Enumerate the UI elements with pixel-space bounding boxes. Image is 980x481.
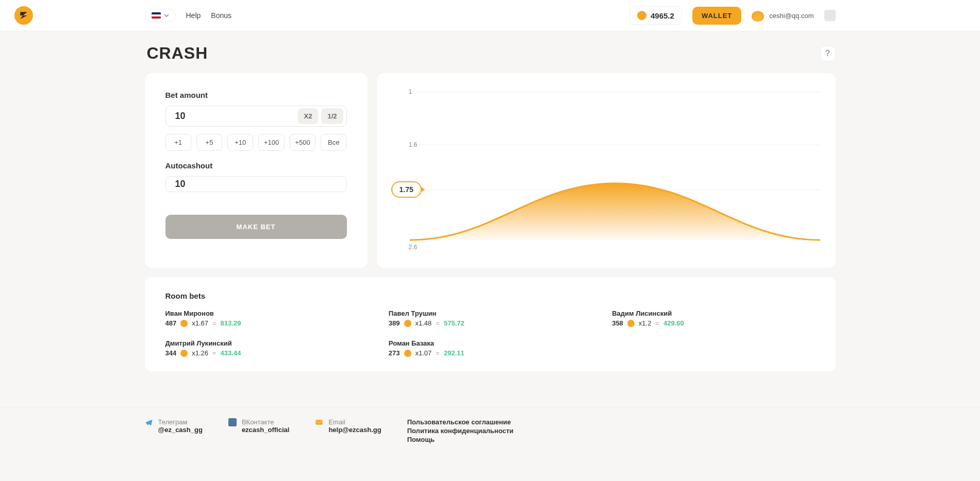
user-menu[interactable]: ceshi@qq.com (752, 9, 813, 22)
bet-entry: Роман Базака273x1.07=292.11 (389, 339, 591, 357)
bet-entry: Иван Миронов487x1.67=813.29 (165, 310, 368, 327)
y-tick-2: 1.6 (409, 141, 418, 148)
equals-sign: = (212, 349, 217, 357)
bet-amount-input-row: X2 1/2 (165, 106, 347, 127)
email-icon (315, 418, 323, 426)
bet-multiplier: x1.67 (192, 319, 208, 327)
bet-entry: Дмитрий Лукинский344x1.26=433.44 (165, 339, 368, 357)
footer: Телеграм@ez_cash_gg ВКонтактеezcash_offi… (0, 407, 980, 454)
coin-icon (627, 320, 635, 327)
equals-sign: = (436, 349, 440, 357)
bet-player-name: Павел Трушин (389, 310, 591, 317)
quick-plus10[interactable]: +10 (227, 134, 253, 151)
chevron-down-icon (164, 14, 169, 17)
coin-icon (180, 350, 188, 357)
quick-plus100[interactable]: +100 (258, 134, 284, 151)
footer-links: Пользовательское соглашение Политика кон… (407, 418, 513, 443)
inbox-icon[interactable] (824, 10, 836, 21)
bet-amount-label: Bet amount (165, 91, 347, 99)
bet-player-name: Вадим Лисинский (612, 310, 815, 317)
room-bets-panel: Room bets Иван Миронов487x1.67=813.29Пав… (145, 277, 836, 371)
footer-telegram[interactable]: Телеграм@ez_cash_gg (145, 418, 203, 443)
coin-icon (637, 11, 646, 20)
bet-win: 292.11 (444, 349, 464, 357)
language-selector[interactable] (145, 9, 176, 22)
bet-player-name: Роман Базака (389, 339, 591, 347)
autocashout-input[interactable] (175, 179, 343, 190)
wallet-button[interactable]: WALLET (692, 7, 741, 25)
quick-plus500[interactable]: +500 (290, 134, 315, 151)
header: Help Bonus 4965.2 WALLET ceshi@qq.com (0, 0, 980, 31)
telegram-value: @ez_cash_gg (158, 426, 203, 434)
bet-multiplier: x1.07 (416, 349, 432, 357)
quick-plus1[interactable]: +1 (165, 134, 191, 151)
bet-panel: Bet amount X2 1/2 +1 +5 +10 +100 +500 Вс… (145, 73, 368, 268)
equals-sign: = (436, 319, 440, 327)
equals-sign: = (212, 319, 217, 327)
grid-line (410, 145, 820, 145)
footer-link-privacy[interactable]: Политика конфиденциальности (407, 427, 513, 435)
bet-win: 813.29 (221, 319, 241, 327)
y-tick-1: 1 (409, 88, 412, 95)
crash-curve (410, 173, 820, 245)
bet-multiplier: x1.48 (416, 319, 432, 327)
page-title: CRASH (147, 44, 208, 63)
bet-multiplier: x1.26 (192, 349, 208, 357)
bet-multiplier: x1.2 (639, 319, 652, 327)
bet-entry: Вадим Лисинский358x1.2=429.60 (612, 310, 815, 327)
crash-chart: 1 1.6 1.75 2.6 (377, 73, 836, 268)
bet-player-name: Дмитрий Лукинский (165, 339, 368, 347)
grid-line (410, 92, 820, 92)
nav-help[interactable]: Help (186, 11, 201, 20)
svg-rect-1 (316, 420, 323, 424)
bet-amount: 358 (612, 319, 623, 327)
room-bets-title: Room bets (165, 291, 815, 300)
half-button[interactable]: 1/2 (321, 108, 343, 124)
fire-icon (752, 9, 764, 22)
balance-display: 4965.2 (629, 6, 682, 25)
footer-vk[interactable]: ВКонтактеezcash_official (228, 418, 290, 443)
bet-amount: 487 (165, 319, 177, 327)
bet-amount: 344 (165, 349, 177, 357)
bet-win: 429.60 (663, 319, 684, 327)
email-value: help@ezcash.gg (328, 426, 381, 434)
flag-icon (152, 12, 161, 19)
vk-label: ВКонтакте (242, 418, 290, 426)
svg-rect-0 (228, 418, 237, 426)
footer-link-terms[interactable]: Пользовательское соглашение (407, 418, 513, 426)
vk-value: ezcash_official (242, 426, 290, 434)
autocashout-input-row (165, 176, 347, 192)
make-bet-button[interactable]: MAKE BET (165, 215, 347, 239)
equals-sign: = (655, 319, 659, 327)
email-label: Email (328, 418, 381, 426)
footer-email[interactable]: Emailhelp@ezcash.gg (315, 418, 381, 443)
coin-icon (404, 320, 411, 327)
quick-bet-row: +1 +5 +10 +100 +500 Все (165, 134, 347, 151)
x2-button[interactable]: X2 (298, 108, 319, 124)
bet-amount: 389 (389, 319, 400, 327)
quick-all[interactable]: Все (321, 134, 346, 151)
logo-icon (19, 10, 29, 21)
nav-bonus[interactable]: Bonus (211, 11, 231, 20)
bet-win: 433.44 (221, 349, 241, 357)
balance-value: 4965.2 (651, 11, 674, 20)
bet-amount-input[interactable] (175, 111, 295, 122)
user-email: ceshi@qq.com (769, 12, 813, 20)
bet-amount: 273 (389, 349, 400, 357)
telegram-label: Телеграм (158, 418, 203, 426)
help-button[interactable]: ? (820, 46, 836, 61)
vk-icon (228, 418, 237, 426)
bet-entry: Павел Трушин389x1.48=575.72 (389, 310, 591, 327)
coin-icon (404, 350, 411, 357)
telegram-icon (145, 418, 153, 426)
bet-player-name: Иван Миронов (165, 310, 368, 317)
quick-plus5[interactable]: +5 (196, 134, 222, 151)
coin-icon (180, 320, 188, 327)
footer-link-help[interactable]: Помощь (407, 436, 513, 443)
bet-win: 575.72 (444, 319, 464, 327)
autocashout-label: Autocashout (165, 161, 347, 170)
site-logo[interactable] (14, 6, 33, 25)
